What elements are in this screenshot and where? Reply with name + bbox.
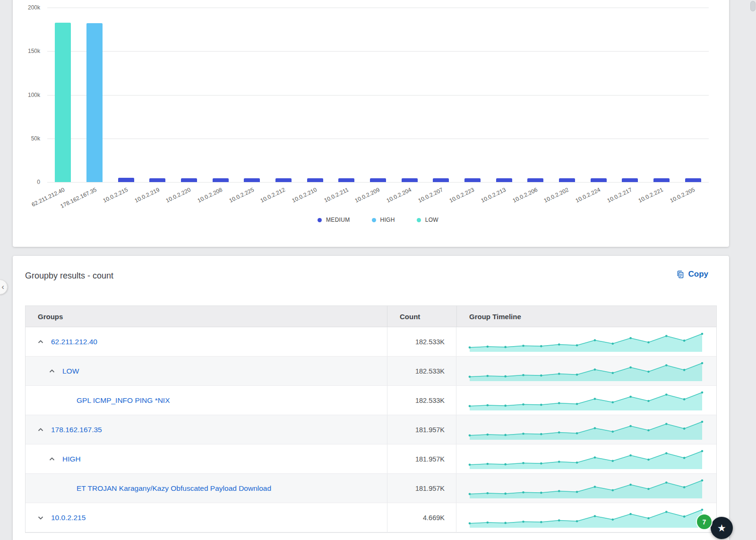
- groups-cell: HIGH: [26, 444, 387, 473]
- groupby-table-header: Groups Count Group Timeline: [26, 306, 716, 327]
- bar-10.0.2.217[interactable]: [622, 178, 638, 182]
- group-link[interactable]: GPL ICMP_INFO PING *NIX: [77, 396, 170, 405]
- bar-10.0.2.209[interactable]: [370, 178, 386, 182]
- legend-label: HIGH: [380, 217, 395, 223]
- legend-dot: [417, 218, 421, 222]
- x-tick-label: 10.0.2.204: [386, 186, 412, 204]
- x-tick-label: 10.0.2.207: [417, 186, 444, 204]
- copy-icon: [676, 270, 685, 279]
- bar-10.0.2.213[interactable]: [496, 178, 512, 182]
- y-tick-label: 50k: [31, 135, 40, 142]
- legend-label: LOW: [425, 217, 438, 223]
- bar-plot: [47, 8, 709, 182]
- expand-toggle[interactable]: [37, 338, 45, 346]
- bar-10.0.2.212[interactable]: [275, 178, 292, 182]
- notification-count-badge[interactable]: 7: [697, 514, 712, 529]
- group-link[interactable]: HIGH: [62, 455, 81, 463]
- table-row: HIGH181.957K: [26, 444, 716, 474]
- legend-item-low[interactable]: LOW: [417, 217, 438, 223]
- count-cell: 181.957K: [387, 415, 456, 444]
- star-fab-button[interactable]: ★: [711, 517, 733, 539]
- copy-button-label: Copy: [688, 270, 709, 279]
- table-row: GPL ICMP_INFO PING *NIX182.533K: [26, 386, 716, 415]
- expand-toggle[interactable]: [48, 367, 57, 375]
- y-tick-label: 150k: [28, 48, 40, 54]
- legend-item-medium[interactable]: MEDIUM: [318, 217, 350, 223]
- table-row: LOW182.533K: [26, 357, 716, 386]
- y-tick-label: 200k: [28, 4, 40, 11]
- bar-10.0.2.220[interactable]: [181, 178, 197, 182]
- x-tick-label: 10.0.2.205: [669, 186, 696, 204]
- chevron-up-icon: [37, 338, 44, 346]
- count-cell: 182.533K: [387, 357, 456, 385]
- timeline-sparkline: [468, 360, 704, 382]
- group-link[interactable]: 10.0.2.215: [51, 514, 86, 522]
- groups-cell: 62.211.212.40: [26, 327, 387, 356]
- groupby-table: Groups Count Group Timeline 62.211.212.4…: [25, 305, 717, 533]
- count-cell: 181.957K: [387, 474, 456, 503]
- expand-toggle[interactable]: [37, 426, 45, 434]
- severity-bar-chart-card: 200k150k100k50k0 62.211.212.40178.162.16…: [13, 0, 729, 247]
- table-row: 178.162.167.35181.957K: [26, 415, 716, 444]
- chevron-down-icon: [37, 514, 44, 522]
- x-tick-label: 10.0.2.209: [354, 186, 381, 204]
- timeline-sparkline: [468, 419, 704, 441]
- group-link[interactable]: ET TROJAN Karagany/Kazy Obfuscated Paylo…: [77, 484, 271, 493]
- bar-10.0.2.204[interactable]: [402, 178, 418, 182]
- expand-toggle[interactable]: [37, 514, 45, 522]
- bar-178.162.167.35[interactable]: [86, 23, 103, 182]
- x-tick-label: 10.0.2.212: [259, 186, 286, 204]
- bar-10.0.2.211[interactable]: [338, 178, 354, 182]
- scrollbar-thumb[interactable]: [750, 1, 756, 11]
- count-cell: 181.957K: [387, 444, 456, 473]
- y-axis: 200k150k100k50k0: [13, 8, 40, 182]
- legend-item-high[interactable]: HIGH: [372, 217, 395, 223]
- group-link[interactable]: LOW: [62, 367, 79, 375]
- bar-10.0.2.224[interactable]: [591, 178, 607, 182]
- bar-10.0.2.206[interactable]: [527, 178, 543, 182]
- timeline-cell: [456, 386, 716, 415]
- groups-cell: 10.0.2.215: [26, 503, 387, 532]
- bar-10.0.2.215[interactable]: [118, 178, 134, 182]
- x-tick-label: 10.0.2.213: [480, 186, 507, 204]
- x-tick-label: 10.0.2.211: [323, 186, 349, 204]
- bar-10.0.2.207[interactable]: [433, 178, 449, 182]
- bar-10.0.2.221[interactable]: [653, 178, 670, 182]
- x-tick-label: 10.0.2.220: [165, 186, 192, 204]
- x-tick-label: 10.0.2.202: [543, 186, 570, 204]
- bar-10.0.2.202[interactable]: [559, 178, 575, 182]
- timeline-cell: [456, 327, 716, 356]
- table-row: 62.211.212.40182.533K: [26, 327, 716, 357]
- chevron-up-icon: [48, 455, 56, 463]
- column-header-groups: Groups: [26, 306, 387, 327]
- bar-10.0.2.223[interactable]: [464, 178, 481, 182]
- group-link[interactable]: 178.162.167.35: [51, 426, 102, 434]
- bar-10.0.2.210[interactable]: [307, 178, 323, 182]
- x-tick-label: 10.0.2.224: [575, 186, 601, 204]
- x-tick-label: 10.0.2.223: [448, 186, 475, 204]
- bar-10.0.2.219[interactable]: [149, 178, 165, 182]
- copy-button[interactable]: Copy: [676, 270, 709, 279]
- groups-cell: ET TROJAN Karagany/Kazy Obfuscated Paylo…: [26, 474, 387, 503]
- timeline-cell: [456, 415, 716, 444]
- y-tick-label: 100k: [28, 92, 40, 98]
- timeline-sparkline: [468, 507, 704, 529]
- bar-62.211.212.40[interactable]: [55, 23, 71, 182]
- expand-toggle[interactable]: [48, 455, 57, 463]
- x-tick-label: 10.0.2.210: [291, 186, 318, 204]
- bar-10.0.2.225[interactable]: [244, 178, 260, 182]
- timeline-sparkline: [468, 478, 704, 499]
- x-tick-label: 10.0.2.208: [197, 186, 223, 204]
- bar-10.0.2.208[interactable]: [213, 178, 229, 182]
- x-tick-label: 178.162.167.35: [59, 186, 97, 209]
- count-cell: 182.533K: [387, 327, 456, 356]
- x-tick-label: 10.0.2.221: [637, 186, 664, 204]
- gridline: [47, 95, 709, 96]
- panel-title: Groupby results - count: [25, 271, 113, 281]
- count-cell: 182.533K: [387, 386, 456, 415]
- legend-dot: [318, 218, 322, 222]
- group-link[interactable]: 62.211.212.40: [51, 338, 97, 346]
- chevron-left-icon: ‹: [1, 282, 4, 292]
- bar-10.0.2.205[interactable]: [685, 178, 701, 182]
- drawer-collapse-button[interactable]: ‹: [0, 279, 8, 295]
